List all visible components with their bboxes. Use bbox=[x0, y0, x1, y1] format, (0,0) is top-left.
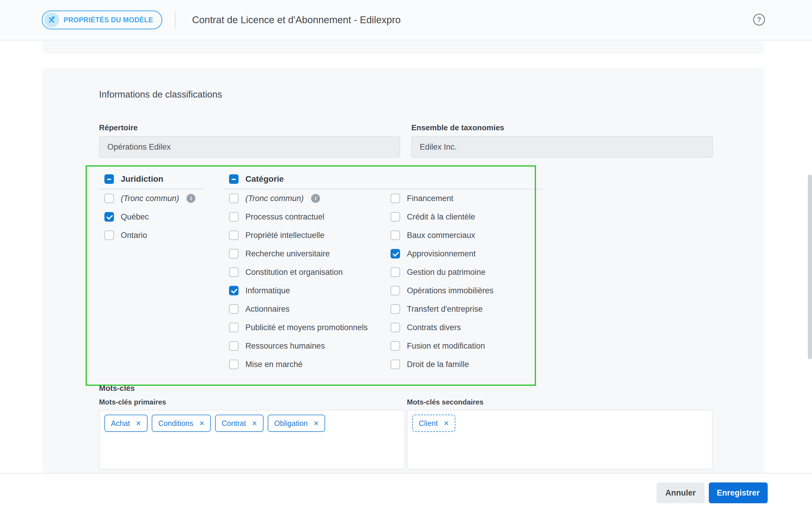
page-title: Contrat de Licence et d'Abonnement - Edi… bbox=[192, 14, 401, 26]
checkbox[interactable] bbox=[105, 194, 114, 203]
checkbox[interactable] bbox=[105, 230, 114, 240]
categorie-items-col1: (Tronc commun) i Processus contractuel P… bbox=[229, 194, 390, 369]
categorie-group-checkbox[interactable] bbox=[229, 174, 238, 184]
remove-tag-icon[interactable]: × bbox=[314, 419, 319, 428]
juridiction-group-checkbox[interactable] bbox=[105, 174, 114, 184]
checkbox-row[interactable]: Baux commerciaux bbox=[390, 230, 493, 240]
checkbox[interactable] bbox=[229, 323, 238, 332]
classification-card: Informations de classifications Répertoi… bbox=[42, 68, 764, 473]
checkbox[interactable] bbox=[229, 249, 238, 258]
checkbox[interactable] bbox=[390, 267, 400, 277]
keyword-tag-label: Conditions bbox=[158, 419, 193, 428]
keyword-tag-label: Achat bbox=[111, 419, 130, 428]
checkbox[interactable] bbox=[229, 286, 238, 295]
keyword-tag: Conditions × bbox=[152, 415, 211, 432]
checkbox-row[interactable]: Actionnaires bbox=[229, 304, 390, 314]
checkbox-row[interactable]: Propriété intellectuelle bbox=[229, 230, 390, 240]
checkbox[interactable] bbox=[390, 286, 400, 295]
checkbox[interactable] bbox=[229, 230, 238, 240]
checkbox-row[interactable]: Crédit à la clientèle bbox=[390, 212, 493, 222]
taxonomies-input[interactable]: Edilex Inc. bbox=[411, 136, 713, 158]
checkbox-row[interactable]: Financement bbox=[390, 194, 493, 203]
checkbox-label: Droit de la famille bbox=[407, 360, 469, 369]
checkbox[interactable] bbox=[229, 341, 238, 351]
checkbox[interactable] bbox=[229, 267, 238, 277]
repertoire-input[interactable]: Opérations Edilex bbox=[99, 136, 400, 158]
checkbox-label: Informatique bbox=[245, 286, 290, 295]
checkbox[interactable] bbox=[229, 304, 238, 314]
checkbox-label: Constitution et organisation bbox=[245, 268, 343, 277]
checkbox[interactable] bbox=[229, 212, 238, 222]
checkbox-label: Contrats divers bbox=[407, 323, 461, 332]
checkbox-row[interactable]: Québec bbox=[105, 212, 204, 222]
checkbox-row[interactable]: (Tronc commun) i bbox=[229, 194, 390, 203]
keyword-tag-label: Obligation bbox=[274, 419, 308, 428]
secondary-keywords-box[interactable]: Client × bbox=[407, 410, 713, 470]
checkbox-row[interactable]: Recherche universitaire bbox=[229, 249, 390, 258]
checkbox[interactable] bbox=[390, 360, 400, 369]
checkbox-row[interactable]: Processus contractuel bbox=[229, 212, 390, 222]
checkbox-label: Recherche universitaire bbox=[245, 249, 330, 258]
info-icon[interactable]: i bbox=[186, 194, 196, 203]
checkbox-row[interactable]: Ressources humaines bbox=[229, 341, 390, 351]
checkbox[interactable] bbox=[390, 323, 400, 332]
checkbox-row[interactable]: Constitution et organisation bbox=[229, 267, 390, 277]
model-properties-badge: PROPRIÉTÉS DU MODÈLE bbox=[41, 10, 163, 29]
remove-tag-icon[interactable]: × bbox=[199, 419, 204, 428]
checkbox-label: Transfert d'entreprise bbox=[407, 305, 483, 314]
badge-label: PROPRIÉTÉS DU MODÈLE bbox=[64, 16, 153, 24]
checkbox-label: (Tronc commun) bbox=[121, 194, 179, 203]
checkbox-row[interactable]: Approvisionnement bbox=[390, 249, 493, 258]
checkbox[interactable] bbox=[390, 304, 400, 314]
checkbox[interactable] bbox=[229, 360, 238, 369]
remove-tag-icon[interactable]: × bbox=[252, 419, 257, 428]
remove-tag-icon[interactable]: × bbox=[136, 419, 141, 428]
keyword-tag: Client × bbox=[412, 415, 455, 432]
checkbox-row[interactable]: Opérations immobilières bbox=[390, 286, 493, 295]
checkbox-row[interactable]: Ontario bbox=[105, 230, 204, 240]
secondary-keywords-label: Mots-clés secondaires bbox=[407, 398, 483, 406]
primary-keywords-box[interactable]: Achat × Conditions × Contrat × Obligatio… bbox=[99, 410, 405, 470]
checkbox-row[interactable]: Droit de la famille bbox=[390, 360, 493, 369]
checkbox[interactable] bbox=[390, 230, 400, 240]
checkbox[interactable] bbox=[390, 194, 400, 203]
checkbox-label: Processus contractuel bbox=[245, 212, 324, 222]
checkbox-row[interactable]: Fusion et modification bbox=[390, 341, 493, 351]
remove-tag-icon[interactable]: × bbox=[444, 419, 449, 428]
checkbox-label: Actionnaires bbox=[245, 305, 290, 314]
checkbox-row[interactable]: Mise en marché bbox=[229, 360, 390, 369]
help-icon[interactable]: ? bbox=[753, 14, 765, 26]
checkbox-label: Approvisionnement bbox=[407, 249, 475, 258]
categorie-group: Catégorie (Tronc commun) i Processus con… bbox=[229, 174, 544, 369]
primary-keywords-label: Mots-clés primaires bbox=[99, 398, 166, 406]
categorie-items-col2: Financement Crédit à la clientèle Baux c… bbox=[390, 194, 493, 369]
checkbox[interactable] bbox=[105, 212, 114, 222]
checkbox-row[interactable]: Contrats divers bbox=[390, 323, 493, 332]
scrollbar-thumb[interactable] bbox=[808, 175, 812, 359]
checkbox[interactable] bbox=[390, 212, 400, 222]
keyword-tag: Obligation × bbox=[268, 415, 325, 432]
cancel-button[interactable]: Annuler bbox=[657, 482, 705, 503]
checkbox-label: Publicité et moyens promotionnels bbox=[245, 323, 368, 332]
checkbox-label: Propriété intellectuelle bbox=[245, 231, 324, 240]
checkbox-label: (Tronc commun) bbox=[245, 194, 304, 203]
checkbox-row[interactable]: (Tronc commun) i bbox=[105, 194, 204, 203]
repertoire-label: Répertoire bbox=[99, 123, 138, 132]
checkbox-row[interactable]: Transfert d'entreprise bbox=[390, 304, 493, 314]
keywords-heading: Mots-clés bbox=[99, 384, 135, 393]
checkbox[interactable] bbox=[390, 249, 400, 258]
checkbox-row[interactable]: Publicité et moyens promotionnels bbox=[229, 323, 390, 332]
checkbox-row[interactable]: Informatique bbox=[229, 286, 390, 295]
checkbox-label: Fusion et modification bbox=[407, 341, 485, 351]
checkbox-row[interactable]: Gestion du patrimoine bbox=[390, 267, 493, 277]
header-divider bbox=[175, 11, 175, 29]
checkbox-label: Baux commerciaux bbox=[407, 231, 475, 240]
taxonomies-label: Ensemble de taxonomies bbox=[411, 123, 504, 132]
checkbox[interactable] bbox=[229, 194, 238, 203]
footer-bar: Annuler Enregistrer bbox=[0, 473, 812, 511]
save-button[interactable]: Enregistrer bbox=[709, 482, 768, 503]
checkbox-label: Mise en marché bbox=[245, 360, 302, 369]
section-heading: Informations de classifications bbox=[99, 89, 222, 100]
checkbox[interactable] bbox=[390, 341, 400, 351]
info-icon[interactable]: i bbox=[311, 194, 320, 203]
